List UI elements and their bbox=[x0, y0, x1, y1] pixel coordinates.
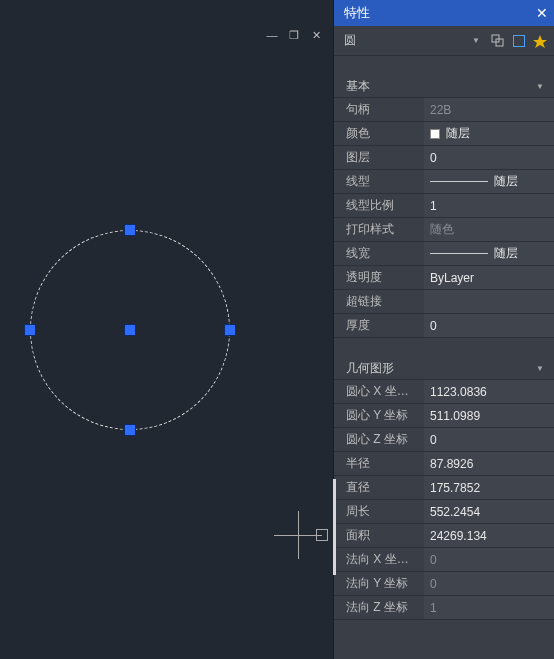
line-sample-icon bbox=[430, 181, 488, 182]
prop-hyperlink[interactable]: 超链接 bbox=[334, 290, 554, 314]
prop-label: 线型 bbox=[334, 170, 424, 193]
prop-label: 线型比例 bbox=[334, 194, 424, 217]
prop-label: 圆心 Y 坐标 bbox=[334, 404, 424, 427]
prop-center-x[interactable]: 圆心 X 坐… 1123.0836 bbox=[334, 380, 554, 404]
prop-value: 1123.0836 bbox=[424, 380, 554, 403]
grip-bottom[interactable] bbox=[124, 424, 136, 436]
prop-circumference[interactable]: 周长 552.2454 bbox=[334, 500, 554, 524]
prop-label: 打印样式 bbox=[334, 218, 424, 241]
chevron-down-icon: ▼ bbox=[536, 82, 544, 91]
drawing-canvas[interactable]: — ❐ ✕ bbox=[0, 0, 333, 659]
color-name: 随层 bbox=[446, 125, 470, 142]
grip-right[interactable] bbox=[224, 324, 236, 336]
prop-label: 厚度 bbox=[334, 314, 424, 337]
prop-transparency[interactable]: 透明度 ByLayer bbox=[334, 266, 554, 290]
prop-label: 直径 bbox=[334, 476, 424, 499]
prop-center-y[interactable]: 圆心 Y 坐标 511.0989 bbox=[334, 404, 554, 428]
prop-label: 法向 X 坐… bbox=[334, 548, 424, 571]
minimize-icon[interactable]: — bbox=[265, 28, 279, 42]
prop-value: 0 bbox=[424, 572, 554, 595]
line-sample-icon bbox=[430, 253, 488, 254]
prop-value: 随层 bbox=[424, 122, 554, 145]
chevron-down-icon: ▼ bbox=[472, 36, 480, 45]
prop-label: 超链接 bbox=[334, 290, 424, 313]
prop-center-z[interactable]: 圆心 Z 坐标 0 bbox=[334, 428, 554, 452]
prop-value: 随色 bbox=[424, 218, 554, 241]
prop-value: 随层 bbox=[424, 170, 554, 193]
viewport-window-controls: — ❐ ✕ bbox=[265, 28, 323, 42]
panel-close-icon[interactable]: ✕ bbox=[536, 5, 548, 21]
panel-title: 特性 bbox=[344, 4, 370, 22]
selected-circle[interactable] bbox=[30, 230, 230, 430]
prop-value: 0 bbox=[424, 314, 554, 337]
prop-label: 透明度 bbox=[334, 266, 424, 289]
prop-value: 1 bbox=[424, 194, 554, 217]
prop-label: 图层 bbox=[334, 146, 424, 169]
grip-top[interactable] bbox=[124, 224, 136, 236]
prop-value: 511.0989 bbox=[424, 404, 554, 427]
linetype-name: 随层 bbox=[494, 173, 518, 190]
prop-label: 半径 bbox=[334, 452, 424, 475]
toggle-pickadd-icon[interactable] bbox=[490, 33, 506, 49]
quick-select-icon[interactable] bbox=[532, 33, 548, 49]
prop-label: 线宽 bbox=[334, 242, 424, 265]
object-selector-row: 圆 ▼ bbox=[334, 26, 554, 56]
prop-label: 面积 bbox=[334, 524, 424, 547]
prop-radius[interactable]: 半径 87.8926 bbox=[334, 452, 554, 476]
prop-layer[interactable]: 图层 0 bbox=[334, 146, 554, 170]
prop-label: 法向 Z 坐标 bbox=[334, 596, 424, 619]
section-basic[interactable]: 基本 ▼ bbox=[334, 76, 554, 98]
svg-marker-3 bbox=[533, 35, 547, 48]
grip-left[interactable] bbox=[24, 324, 36, 336]
prop-handle: 句柄 22B bbox=[334, 98, 554, 122]
prop-label: 颜色 bbox=[334, 122, 424, 145]
object-type-dropdown[interactable]: 圆 ▼ bbox=[342, 31, 484, 51]
section-basic-title: 基本 bbox=[346, 78, 370, 95]
prop-value: 24269.134 bbox=[424, 524, 554, 547]
grip-center[interactable] bbox=[124, 324, 136, 336]
object-type-label: 圆 bbox=[344, 32, 356, 49]
panel-header: 特性 ✕ bbox=[334, 0, 554, 26]
prop-value: 552.2454 bbox=[424, 500, 554, 523]
prop-value: 0 bbox=[424, 146, 554, 169]
restore-icon[interactable]: ❐ bbox=[287, 28, 301, 42]
prop-label: 法向 Y 坐标 bbox=[334, 572, 424, 595]
prop-value: 0 bbox=[424, 548, 554, 571]
group-accent bbox=[333, 479, 336, 575]
prop-value: 87.8926 bbox=[424, 452, 554, 475]
prop-normal-z: 法向 Z 坐标 1 bbox=[334, 596, 554, 620]
prop-linetype-scale[interactable]: 线型比例 1 bbox=[334, 194, 554, 218]
prop-value: 175.7852 bbox=[424, 476, 554, 499]
select-objects-icon[interactable] bbox=[511, 33, 527, 49]
svg-rect-2 bbox=[514, 35, 525, 46]
prop-label: 周长 bbox=[334, 500, 424, 523]
chevron-down-icon: ▼ bbox=[536, 364, 544, 373]
section-geometry-title: 几何图形 bbox=[346, 360, 394, 377]
prop-value: ByLayer bbox=[424, 266, 554, 289]
prop-area[interactable]: 面积 24269.134 bbox=[334, 524, 554, 548]
prop-linetype[interactable]: 线型 随层 bbox=[334, 170, 554, 194]
prop-label: 圆心 Z 坐标 bbox=[334, 428, 424, 451]
prop-normal-y: 法向 Y 坐标 0 bbox=[334, 572, 554, 596]
prop-lineweight[interactable]: 线宽 随层 bbox=[334, 242, 554, 266]
prop-diameter[interactable]: 直径 175.7852 bbox=[334, 476, 554, 500]
section-geometry[interactable]: 几何图形 ▼ bbox=[334, 358, 554, 380]
lineweight-name: 随层 bbox=[494, 245, 518, 262]
prop-label: 句柄 bbox=[334, 98, 424, 121]
prop-value: 22B bbox=[424, 98, 554, 121]
color-swatch-icon bbox=[430, 129, 440, 139]
panel-tools bbox=[490, 33, 548, 49]
prop-normal-x: 法向 X 坐… 0 bbox=[334, 548, 554, 572]
prop-value bbox=[424, 290, 554, 313]
prop-label: 圆心 X 坐… bbox=[334, 380, 424, 403]
prop-value: 0 bbox=[424, 428, 554, 451]
prop-thickness[interactable]: 厚度 0 bbox=[334, 314, 554, 338]
close-icon[interactable]: ✕ bbox=[309, 28, 323, 42]
properties-panel: 特性 ✕ 圆 ▼ 基本 ▼ 句柄 22B 颜色 随层 bbox=[333, 0, 554, 659]
prop-plot-style: 打印样式 随色 bbox=[334, 218, 554, 242]
prop-value: 随层 bbox=[424, 242, 554, 265]
prop-value: 1 bbox=[424, 596, 554, 619]
prop-color[interactable]: 颜色 随层 bbox=[334, 122, 554, 146]
